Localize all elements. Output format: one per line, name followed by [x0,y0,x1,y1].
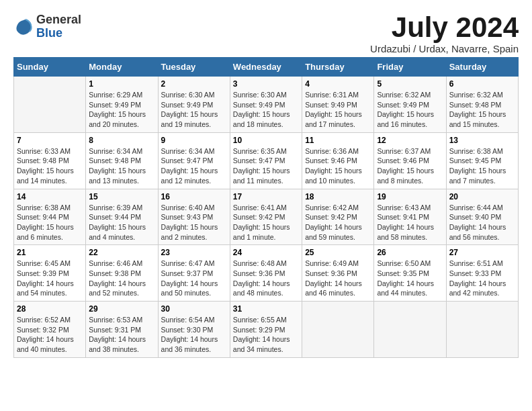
day-cell: 23 Sunrise: 6:47 AMSunset: 9:37 PMDaylig… [158,245,230,302]
week-row-3: 14 Sunrise: 6:38 AMSunset: 9:44 PMDaylig… [14,189,519,245]
week-row-4: 21 Sunrise: 6:45 AMSunset: 9:39 PMDaylig… [14,245,519,302]
day-number: 14 [17,192,83,201]
day-cell: 22 Sunrise: 6:46 AMSunset: 9:38 PMDaylig… [86,245,158,302]
day-cell: 15 Sunrise: 6:39 AMSunset: 9:44 PMDaylig… [86,189,158,245]
day-info: Sunrise: 6:48 AMSunset: 9:36 PMDaylight:… [233,259,299,298]
day-number: 31 [233,304,299,314]
week-row-2: 7 Sunrise: 6:33 AMSunset: 9:48 PMDayligh… [14,132,519,189]
day-info: Sunrise: 6:31 AMSunset: 9:49 PMDaylight:… [305,90,371,130]
day-cell: 18 Sunrise: 6:42 AMSunset: 9:42 PMDaylig… [302,189,374,245]
day-cell: 3 Sunrise: 6:30 AMSunset: 9:49 PMDayligh… [230,77,302,133]
day-cell: 29 Sunrise: 6:53 AMSunset: 9:31 PMDaylig… [86,302,158,358]
location: Urdazubi / Urdax, Navarre, Spain [370,43,519,54]
day-number: 4 [305,79,371,89]
day-cell: 25 Sunrise: 6:49 AMSunset: 9:36 PMDaylig… [302,245,374,302]
logo-icon [13,17,34,37]
week-row-1: 1 Sunrise: 6:29 AMSunset: 9:49 PMDayligh… [14,77,519,133]
day-number: 29 [89,304,154,314]
day-number: 18 [305,192,371,201]
day-cell: 27 Sunrise: 6:51 AMSunset: 9:33 PMDaylig… [446,245,518,302]
day-number: 26 [377,248,443,257]
day-cell: 31 Sunrise: 6:55 AMSunset: 9:29 PMDaylig… [230,302,302,358]
day-number: 5 [377,79,443,89]
header-cell-wednesday: Wednesday [230,58,302,77]
day-cell: 17 Sunrise: 6:41 AMSunset: 9:42 PMDaylig… [230,189,302,245]
day-info: Sunrise: 6:40 AMSunset: 9:43 PMDaylight:… [161,203,227,242]
day-number: 3 [233,79,299,89]
day-cell: 14 Sunrise: 6:38 AMSunset: 9:44 PMDaylig… [14,189,86,245]
day-info: Sunrise: 6:53 AMSunset: 9:31 PMDaylight:… [89,315,154,355]
day-info: Sunrise: 6:29 AMSunset: 9:49 PMDaylight:… [89,90,154,130]
day-number: 15 [89,192,154,201]
day-info: Sunrise: 6:55 AMSunset: 9:29 PMDaylight:… [233,315,299,355]
day-number: 20 [449,192,515,201]
day-number: 21 [17,248,83,257]
day-number: 19 [377,192,443,201]
day-cell [374,302,446,358]
day-info: Sunrise: 6:41 AMSunset: 9:42 PMDaylight:… [233,203,299,242]
day-cell: 13 Sunrise: 6:38 AMSunset: 9:45 PMDaylig… [446,132,518,189]
day-number: 30 [161,304,227,314]
header-cell-friday: Friday [374,58,446,77]
day-info: Sunrise: 6:44 AMSunset: 9:40 PMDaylight:… [449,203,515,242]
day-number: 17 [233,192,299,201]
header-cell-monday: Monday [86,58,158,77]
day-info: Sunrise: 6:33 AMSunset: 9:48 PMDaylight:… [17,146,83,186]
month-title: July 2024 [370,13,519,42]
title-block: July 2024 Urdazubi / Urdax, Navarre, Spa… [370,13,519,54]
day-cell: 21 Sunrise: 6:45 AMSunset: 9:39 PMDaylig… [14,245,86,302]
header-cell-sunday: Sunday [14,58,86,77]
day-cell: 6 Sunrise: 6:32 AMSunset: 9:48 PMDayligh… [446,77,518,133]
day-cell: 24 Sunrise: 6:48 AMSunset: 9:36 PMDaylig… [230,245,302,302]
page-header: General Blue July 2024 Urdazubi / Urdax,… [13,13,519,54]
day-number: 22 [89,248,154,257]
day-cell [302,302,374,358]
logo: General Blue [13,13,81,40]
day-cell: 8 Sunrise: 6:34 AMSunset: 9:48 PMDayligh… [86,132,158,189]
day-number: 11 [305,136,371,145]
week-row-5: 28 Sunrise: 6:52 AMSunset: 9:32 PMDaylig… [14,302,519,358]
day-info: Sunrise: 6:37 AMSunset: 9:46 PMDaylight:… [377,146,443,186]
day-info: Sunrise: 6:32 AMSunset: 9:48 PMDaylight:… [449,90,515,130]
day-info: Sunrise: 6:30 AMSunset: 9:49 PMDaylight:… [161,90,227,130]
day-info: Sunrise: 6:34 AMSunset: 9:48 PMDaylight:… [89,146,154,186]
day-number: 10 [233,136,299,145]
day-cell [446,302,518,358]
day-cell: 10 Sunrise: 6:35 AMSunset: 9:47 PMDaylig… [230,132,302,189]
logo-general: General [36,13,81,27]
day-cell: 28 Sunrise: 6:52 AMSunset: 9:32 PMDaylig… [14,302,86,358]
day-info: Sunrise: 6:34 AMSunset: 9:47 PMDaylight:… [161,146,227,186]
day-cell: 1 Sunrise: 6:29 AMSunset: 9:49 PMDayligh… [86,77,158,133]
day-number: 6 [449,79,515,89]
calendar-table: SundayMondayTuesdayWednesdayThursdayFrid… [13,57,519,358]
day-info: Sunrise: 6:38 AMSunset: 9:45 PMDaylight:… [449,146,515,186]
day-info: Sunrise: 6:43 AMSunset: 9:41 PMDaylight:… [377,203,443,242]
header-row: SundayMondayTuesdayWednesdayThursdayFrid… [14,58,519,77]
day-cell: 11 Sunrise: 6:36 AMSunset: 9:46 PMDaylig… [302,132,374,189]
day-info: Sunrise: 6:46 AMSunset: 9:38 PMDaylight:… [89,259,154,298]
day-info: Sunrise: 6:36 AMSunset: 9:46 PMDaylight:… [305,146,371,186]
day-info: Sunrise: 6:49 AMSunset: 9:36 PMDaylight:… [305,259,371,298]
day-cell: 16 Sunrise: 6:40 AMSunset: 9:43 PMDaylig… [158,189,230,245]
day-number: 2 [161,79,227,89]
day-info: Sunrise: 6:45 AMSunset: 9:39 PMDaylight:… [17,259,83,298]
day-info: Sunrise: 6:32 AMSunset: 9:49 PMDaylight:… [377,90,443,130]
day-number: 9 [161,136,227,145]
day-cell: 2 Sunrise: 6:30 AMSunset: 9:49 PMDayligh… [158,77,230,133]
day-number: 12 [377,136,443,145]
day-cell: 26 Sunrise: 6:50 AMSunset: 9:35 PMDaylig… [374,245,446,302]
day-cell: 7 Sunrise: 6:33 AMSunset: 9:48 PMDayligh… [14,132,86,189]
day-number: 25 [305,248,371,257]
day-number: 8 [89,136,154,145]
day-cell: 4 Sunrise: 6:31 AMSunset: 9:49 PMDayligh… [302,77,374,133]
day-info: Sunrise: 6:30 AMSunset: 9:49 PMDaylight:… [233,90,299,130]
day-info: Sunrise: 6:51 AMSunset: 9:33 PMDaylight:… [449,259,515,298]
day-number: 24 [233,248,299,257]
day-info: Sunrise: 6:42 AMSunset: 9:42 PMDaylight:… [305,203,371,242]
day-cell: 20 Sunrise: 6:44 AMSunset: 9:40 PMDaylig… [446,189,518,245]
day-info: Sunrise: 6:52 AMSunset: 9:32 PMDaylight:… [17,315,83,355]
logo-text: General Blue [36,13,81,40]
day-info: Sunrise: 6:35 AMSunset: 9:47 PMDaylight:… [233,146,299,186]
day-cell: 30 Sunrise: 6:54 AMSunset: 9:30 PMDaylig… [158,302,230,358]
day-number: 27 [449,248,515,257]
